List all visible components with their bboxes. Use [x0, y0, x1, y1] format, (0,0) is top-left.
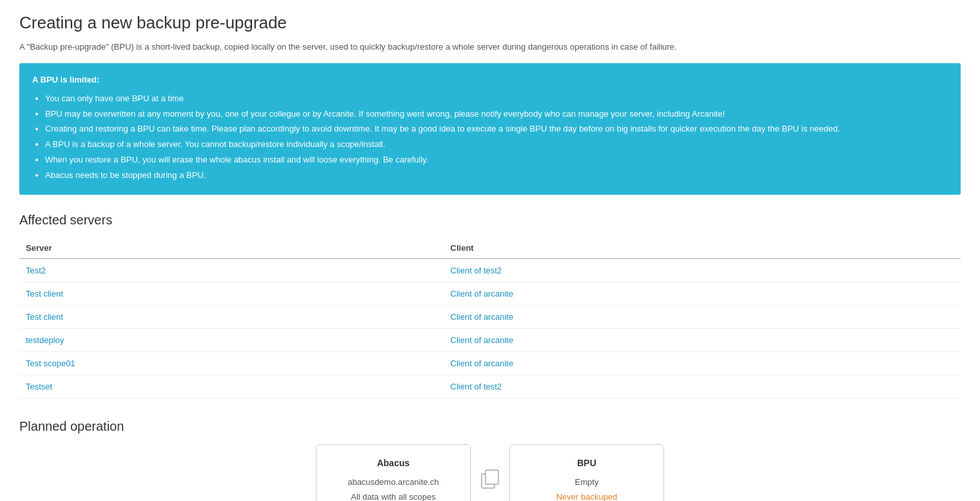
info-box-item: You can only have one BPU at a time [45, 92, 948, 106]
info-box-item: Abacus needs to be stopped during a BPU. [45, 169, 948, 182]
affected-servers-section: Affected servers Server Client Test2Clie… [19, 213, 961, 398]
table-row: Test clientClient of arcanite [19, 305, 961, 328]
info-box-item: BPU may be overwritten at any moment by … [45, 108, 948, 121]
client-cell: Client of test2 [444, 375, 961, 398]
abacus-card-sub: All data with all scopes [327, 492, 460, 501]
cards-row: Abacus abacusdemo.arcanite.ch All data w… [19, 444, 961, 501]
abacus-card: Abacus abacusdemo.arcanite.ch All data w… [316, 444, 471, 501]
svg-rect-1 [485, 470, 498, 484]
col-server: Server [19, 238, 444, 259]
planned-operation-section: Planned operation Abacus abacusdemo.arca… [19, 419, 961, 501]
server-cell: Testset [19, 375, 444, 398]
server-cell: Test client [19, 282, 444, 305]
server-cell: testdeploy [19, 328, 444, 351]
abacus-card-title: Abacus [327, 458, 460, 468]
client-cell: Client of arcanite [444, 282, 961, 305]
abacus-card-value: abacusdemo.arcanite.ch [327, 477, 460, 487]
server-cell: Test scope01 [19, 351, 444, 375]
info-box-item: A BPU is a backup of a whole server. You… [45, 138, 948, 152]
info-box: A BPU is limited: You can only have one … [19, 63, 961, 195]
col-client: Client [444, 238, 961, 259]
bpu-card-never: Never backuped [520, 492, 653, 501]
page-title: Creating a new backup pre-upgrade [19, 13, 961, 33]
info-box-title: A BPU is limited: [32, 74, 948, 87]
server-cell: Test2 [19, 259, 444, 282]
client-cell: Client of arcanite [444, 328, 961, 351]
bpu-card: BPU Empty Never backuped [509, 444, 664, 501]
client-cell: Client of arcanite [444, 351, 961, 375]
planned-operation-heading: Planned operation [19, 419, 961, 434]
table-row: Test scope01Client of arcanite [19, 351, 961, 375]
copy-icon-container [471, 468, 509, 491]
info-box-list: You can only have one BPU at a timeBPU m… [32, 92, 948, 182]
page-subtitle: A "Backup pre-upgrade" (BPU) is a short-… [19, 42, 961, 52]
affected-servers-heading: Affected servers [19, 213, 961, 228]
server-cell: Test client [19, 305, 444, 328]
info-box-item: When you restore a BPU, you will erase t… [45, 153, 948, 167]
info-box-item: Creating and restoring a BPU can take ti… [45, 123, 948, 136]
bpu-card-empty: Empty [520, 477, 653, 487]
table-row: TestsetClient of test2 [19, 375, 961, 398]
client-cell: Client of arcanite [444, 305, 961, 328]
table-row: Test clientClient of arcanite [19, 282, 961, 305]
bpu-card-title: BPU [520, 458, 653, 468]
table-row: testdeployClient of arcanite [19, 328, 961, 351]
table-row: Test2Client of test2 [19, 259, 961, 282]
servers-table: Server Client Test2Client of test2Test c… [19, 238, 961, 398]
copy-icon [478, 468, 502, 491]
client-cell: Client of test2 [444, 259, 961, 282]
